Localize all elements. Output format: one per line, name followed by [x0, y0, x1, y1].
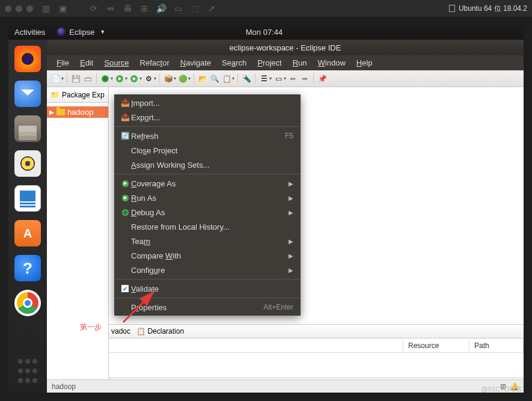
menu-compare-with[interactable]: Compare With▶	[114, 248, 301, 263]
package-tree[interactable]: ▶ hadoop	[47, 103, 108, 393]
vm-tool-icon[interactable]: ⊞	[139, 4, 150, 13]
context-menu: 📥 Import... 📤 Export... 🔄 Refresh F5 Clo…	[114, 94, 301, 316]
debug-button[interactable]	[100, 73, 111, 84]
menu-project[interactable]: Project	[252, 57, 286, 69]
writer-icon[interactable]	[14, 185, 41, 212]
bottom-view-tabs: vadoc 📋 Declaration	[109, 324, 524, 338]
declaration-tab[interactable]: 📋 Declaration	[136, 327, 184, 335]
new-class-button[interactable]: 🟢	[177, 73, 188, 84]
status-bar: hadoop ⊞ 🔔	[47, 379, 524, 393]
eclipse-menubar: File Edit Source Refactor Navigate Searc…	[47, 55, 524, 70]
menu-configure[interactable]: Configure▶	[114, 263, 301, 277]
menu-validate[interactable]: ✔ Validate	[114, 281, 301, 296]
nav-button[interactable]: ▭	[273, 73, 284, 84]
problems-table[interactable]: Resource Path	[109, 340, 524, 378]
menu-export[interactable]: 📤 Export...	[114, 110, 301, 124]
run-button[interactable]	[114, 73, 125, 84]
vm-tool-icon[interactable]: ▭	[173, 4, 183, 13]
eclipse-titlebar: eclipse-workspace - Eclipse IDE	[47, 40, 524, 55]
firefox-icon[interactable]	[14, 46, 41, 72]
disk-icon	[449, 5, 455, 12]
project-icon	[57, 109, 65, 115]
javadoc-tab[interactable]: vadoc	[111, 327, 130, 335]
clock[interactable]: Mon 07:44	[246, 28, 286, 37]
menu-run[interactable]: Run	[288, 57, 312, 69]
menu-assign-working-sets[interactable]: Assign Working Sets...	[114, 158, 301, 172]
vm-toolbar: ▥ ▣ ⟳ ⇔ 🖶 ⊞ 🔊 ▭ ⬚ ↗	[40, 4, 217, 13]
vm-tool-icon[interactable]: ⇔	[105, 4, 116, 13]
menu-search[interactable]: Search	[217, 57, 251, 69]
col-description[interactable]	[109, 340, 403, 352]
menu-refactor[interactable]: Refactor	[135, 57, 174, 69]
window-controls[interactable]	[5, 5, 33, 12]
import-icon: 📥	[119, 99, 131, 107]
back-button[interactable]: ⬅	[287, 73, 298, 84]
files-icon[interactable]	[14, 115, 41, 142]
package-explorer: 📁 Package Exp ▶ hadoop 第一步	[47, 87, 109, 393]
ext-button[interactable]: ⚙	[143, 73, 154, 84]
menu-debug-as[interactable]: Debug As▶	[114, 205, 301, 219]
checkbox-icon: ✔	[119, 285, 131, 292]
thunderbird-icon[interactable]	[14, 81, 41, 107]
eclipse-icon	[57, 28, 66, 36]
package-explorer-tab[interactable]: 📁 Package Exp	[47, 87, 108, 103]
rhythmbox-icon[interactable]	[14, 150, 41, 177]
vm-title: Ubuntu 64 位 18.04.2	[449, 4, 527, 14]
menu-import[interactable]: 📥 Import...	[114, 96, 301, 110]
menu-window[interactable]: Window	[313, 57, 350, 69]
menu-file[interactable]: File	[52, 57, 74, 69]
open-type-button[interactable]: 📂	[197, 73, 208, 84]
status-project: hadoop	[52, 382, 76, 391]
package-icon: 📁	[50, 91, 60, 99]
vm-tool-icon[interactable]: 🖶	[122, 4, 133, 13]
expand-icon[interactable]: ▶	[49, 109, 54, 115]
fwd-button[interactable]: ➡	[299, 73, 310, 84]
help-icon[interactable]: ?	[14, 255, 41, 281]
refresh-icon: 🔄	[119, 132, 131, 140]
run-icon	[119, 195, 131, 201]
save-all-button[interactable]: 🗃	[82, 73, 93, 84]
menu-edit[interactable]: Edit	[75, 57, 98, 69]
menu-close-project[interactable]: Close Project	[114, 143, 301, 158]
col-path[interactable]: Path	[469, 340, 524, 352]
pin-button[interactable]: 📌	[317, 73, 328, 84]
watermark: @51CTO博客	[482, 385, 522, 394]
app-menu[interactable]: Eclipse▼	[57, 28, 105, 37]
task-button[interactable]: 📋	[221, 73, 232, 84]
menu-team[interactable]: Team▶	[114, 234, 301, 248]
vm-tool-icon[interactable]: ▥	[40, 4, 51, 13]
vm-tool-icon[interactable]: ⬚	[189, 4, 200, 13]
annotation-step1: 第一步	[80, 322, 102, 332]
close-dot[interactable]	[5, 5, 11, 12]
show-apps-icon[interactable]	[14, 358, 41, 384]
new-button[interactable]: 📄	[50, 73, 61, 84]
ubuntu-top-bar: Activities Eclipse▼ Mon 07:44	[8, 24, 524, 40]
vm-tool-icon[interactable]: 🔊	[156, 4, 167, 13]
menu-source[interactable]: Source	[99, 57, 133, 69]
activities-button[interactable]: Activities	[14, 28, 45, 37]
nav-button[interactable]: ☰	[258, 73, 269, 84]
col-resource[interactable]: Resource	[403, 340, 469, 352]
menu-refresh[interactable]: 🔄 Refresh F5	[114, 129, 301, 143]
eclipse-toolbar: 📄▾ 💾 🗃 ▾ ▾ ▾ ⚙▾ 📦▾ 🟢▾ 📂 🔍 📋▾ 🔦 ☰▾ ▭▾ ⬅ ➡…	[47, 70, 524, 87]
chrome-icon[interactable]	[14, 290, 41, 316]
menu-run-as[interactable]: Run As▶	[114, 191, 301, 205]
vm-tool-icon[interactable]: ⟳	[88, 4, 99, 13]
menu-properties[interactable]: Properties Alt+Enter	[114, 300, 301, 314]
wand-button[interactable]: 🔦	[241, 73, 252, 84]
vm-tool-icon[interactable]: ▣	[57, 4, 68, 13]
vm-tool-icon[interactable]: ↗	[206, 4, 217, 13]
coverage-button[interactable]	[129, 73, 139, 84]
search-button[interactable]: 🔍	[209, 73, 220, 84]
menu-coverage-as[interactable]: Coverage As▶	[114, 176, 301, 191]
menu-navigate[interactable]: Navigate	[176, 57, 216, 69]
export-icon: 📤	[119, 113, 131, 121]
tree-item-hadoop[interactable]: ▶ hadoop	[47, 106, 108, 118]
save-button[interactable]: 💾	[70, 73, 81, 84]
software-icon[interactable]	[14, 220, 41, 246]
max-dot[interactable]	[26, 5, 33, 12]
menu-help[interactable]: Help	[352, 57, 378, 69]
new-pkg-button[interactable]: 📦	[163, 73, 174, 84]
min-dot[interactable]	[16, 5, 22, 12]
menu-restore-history[interactable]: Restore from Local History...	[114, 219, 301, 234]
